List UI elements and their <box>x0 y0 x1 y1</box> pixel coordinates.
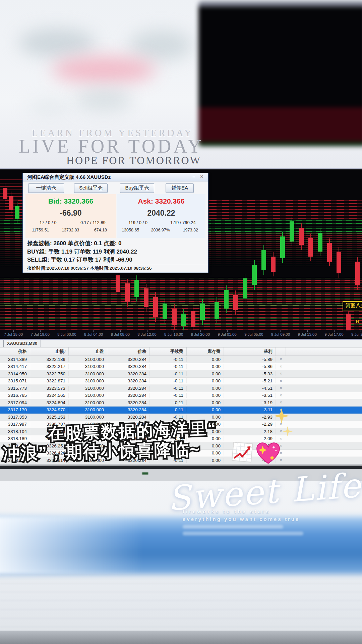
cell: 3323.573 <box>30 386 69 391</box>
account-stat: 11759.51 <box>25 228 56 232</box>
close-all-button[interactable]: 一键清仓 <box>28 183 64 193</box>
cell: 3322.750 <box>30 371 69 376</box>
close-sell-group-button[interactable]: Sell组平仓 <box>74 183 108 193</box>
candle <box>163 299 167 323</box>
watermark-subline-2: everything you want comes true <box>183 516 300 522</box>
cell: -3.51 <box>224 393 276 398</box>
column-header[interactable]: 价格 <box>0 347 30 356</box>
column-header[interactable]: 库存费 <box>187 347 224 356</box>
cell: 3325.153 <box>30 415 69 420</box>
cell: -3.11 <box>224 407 276 412</box>
cell: 3320.284 <box>107 415 150 420</box>
cell: 3315.773 <box>0 386 30 391</box>
close-order-icon[interactable]: × <box>276 393 286 398</box>
account-stats-row: 11759.51 13732.83 674.18 13058.65 2036.9… <box>25 228 205 232</box>
table-row[interactable]: 3314.3893322.1893100.0003320.284-0.110.0… <box>0 356 362 363</box>
candle <box>261 245 266 275</box>
account-stat: 2036.97% <box>145 228 176 232</box>
cell: 3100.000 <box>69 357 107 362</box>
cell: -3.19 <box>224 400 276 405</box>
cell: 3322.217 <box>30 364 69 369</box>
cell: 3320.284 <box>107 393 150 398</box>
sell-orders-stat: 17 / 0 / 0 <box>25 220 70 225</box>
bottom-bar-blur <box>0 631 362 644</box>
cell: 0.00 <box>187 393 224 398</box>
indicator-label: 河图八卦 <box>343 301 362 311</box>
column-header[interactable]: 价格 <box>107 347 150 356</box>
ea-panel-window: 河图EA综合自定义版 4.66 XAUUSDz – ✕ 一键清仓 Sell组平仓… <box>22 173 208 273</box>
time-axis-label: 9 Jul 13:00 <box>298 332 317 336</box>
candle <box>271 252 276 276</box>
cell: 3322.189 <box>30 357 69 362</box>
close-order-icon[interactable]: × <box>276 379 286 383</box>
blurred-red-band <box>198 107 362 144</box>
time-axis[interactable]: 7 Jul 15:007 Jul 19:008 Jul 00:008 Jul 0… <box>0 330 362 340</box>
sort-indicator-icon: ∕ <box>65 350 65 354</box>
column-header-filler <box>276 347 286 356</box>
cell: 3318.189 <box>0 436 30 441</box>
close-order-icon[interactable]: × <box>276 400 286 405</box>
table-row[interactable]: 3316.7653324.5653100.0003320.284-0.110.0… <box>0 392 362 399</box>
close-order-icon[interactable]: × <box>276 386 286 390</box>
table-row[interactable]: 3315.0713322.8713100.0003320.284-0.110.0… <box>0 378 362 385</box>
cell: -0.11 <box>150 357 187 362</box>
cell: -4.51 <box>224 386 276 391</box>
pause-ea-button[interactable]: 暂停EA <box>166 183 194 193</box>
candle <box>9 192 13 214</box>
blurred-green-band <box>198 142 362 146</box>
close-order-icon[interactable]: × <box>276 357 286 362</box>
column-header-filler <box>286 347 362 356</box>
buy-orders-stat: 119 / 0 / 0 <box>116 220 161 225</box>
window-titlebar-blur <box>198 1 362 7</box>
sparkling-heart-icon <box>254 439 282 468</box>
cell: 0.00 <box>187 371 224 376</box>
cell: 3317.094 <box>0 400 30 405</box>
cell: 3324.565 <box>30 393 69 398</box>
close-order-icon[interactable]: × <box>276 364 286 369</box>
cell: -2.93 <box>224 415 276 420</box>
close-icon[interactable]: ✕ <box>199 174 205 180</box>
cell: 0.00 <box>187 400 224 405</box>
cell: 3100.000 <box>69 400 107 405</box>
background-terminal-window <box>198 1 362 146</box>
candle <box>327 238 332 266</box>
time-axis-label: 8 Jul 12:00 <box>137 332 156 336</box>
buy-lots-stat: 1.19 / 790.24 <box>161 220 205 225</box>
column-header[interactable]: 获利 <box>224 347 276 356</box>
candle <box>308 233 313 261</box>
column-header[interactable]: 手续费 <box>150 347 187 356</box>
candle <box>116 270 120 297</box>
candle <box>318 228 322 256</box>
cell: 3100.000 <box>69 378 107 383</box>
close-order-icon[interactable]: × <box>276 371 286 376</box>
table-header[interactable]: 价格止损∕止盈价格手续费库存费获利 <box>0 347 362 356</box>
ask-price: Ask: 3320.366 <box>117 197 205 205</box>
candle <box>337 247 341 278</box>
column-header[interactable]: 止损∕ <box>30 347 69 356</box>
table-row[interactable]: 3315.7733323.5733100.0003320.284-0.110.0… <box>0 385 362 392</box>
chart-increasing-icon <box>231 440 254 465</box>
tab-xauusdz-m30[interactable]: XAUUSDz,M30 <box>3 340 41 347</box>
candle <box>153 292 158 322</box>
table-row[interactable]: 3317.1703324.9703100.0003320.284-0.110.0… <box>0 407 362 414</box>
column-header[interactable]: 止盈 <box>69 347 107 356</box>
minimize-icon[interactable]: – <box>191 174 197 180</box>
table-row[interactable]: 3314.4173322.2173100.0003320.284-0.110.0… <box>0 363 362 371</box>
table-row[interactable]: 3317.0943324.8943100.0003320.284-0.110.0… <box>0 399 362 407</box>
cell: -5.21 <box>224 378 276 383</box>
quote-time-status: 报价时间:2025.07.10 00:36:57 本地时间:2025.07.10… <box>27 265 152 271</box>
candle <box>3 183 7 204</box>
cell: -0.11 <box>150 393 187 398</box>
table-row[interactable]: 3314.9503322.7503100.0003320.284-0.110.0… <box>0 370 362 378</box>
cell: -0.11 <box>150 400 187 405</box>
close-buy-group-button[interactable]: Buy组平仓 <box>120 183 154 193</box>
cell: 3100.000 <box>69 364 107 369</box>
sell-profit: -66.90 <box>25 209 116 218</box>
cell: 0.00 <box>187 364 224 369</box>
time-axis-label: 7 Jul 19:00 <box>31 332 50 336</box>
window-bottom-border <box>0 466 362 469</box>
candle <box>200 299 205 325</box>
ea-panel-titlebar[interactable]: 河图EA综合自定义版 4.66 XAUUSDz – ✕ <box>23 173 208 181</box>
account-stat: 13732.83 <box>56 228 86 232</box>
time-axis-label: 7 Jul 15:00 <box>4 332 23 336</box>
